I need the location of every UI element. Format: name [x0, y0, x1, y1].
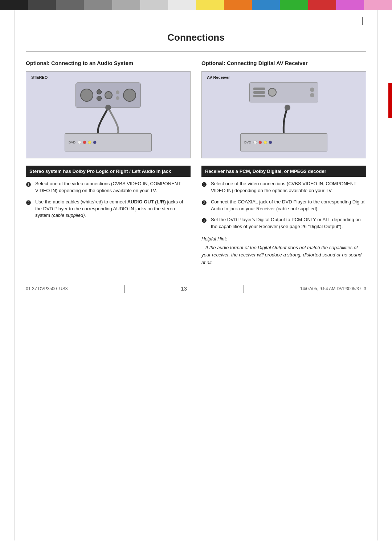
- av-port-1: [310, 88, 314, 92]
- right-instruction-1: ❶ Select one of the video connections (C…: [201, 181, 366, 194]
- connector-white: [78, 141, 81, 144]
- color-block-6: [140, 0, 168, 10]
- top-bar-right: [196, 0, 392, 10]
- right-diagram: AV Receiver: [201, 71, 366, 158]
- connector-blue: [93, 141, 97, 144]
- av-btn-1: [253, 88, 265, 90]
- color-block-7: [168, 0, 196, 10]
- right-instruction-header: Receiver has a PCM, Dolby Digital, or MP…: [201, 166, 366, 177]
- connector-yellow: [88, 141, 91, 144]
- av-circle: [268, 88, 277, 97]
- av-receiver-label: AV Receiver: [207, 75, 230, 80]
- av-btn-3: [253, 95, 265, 97]
- dvd-label-right: DVD: [244, 141, 251, 144]
- r-num-icon-1: ❶: [201, 181, 208, 194]
- english-tab: English: [388, 83, 392, 118]
- top-crosshairs-row: [26, 10, 366, 28]
- color-block-orange: [224, 0, 252, 10]
- right-instruction-2-text: Connect the COAXIAL jack of the DVD Play…: [211, 199, 366, 212]
- footer-right: 14/07/05, 9:54 AM DVP3005/37_3: [300, 286, 366, 291]
- num-icon-2: ❷: [26, 199, 32, 219]
- speaker-right: [123, 89, 136, 102]
- page-title: Connections: [26, 32, 366, 43]
- num-icon-1: ❶: [26, 181, 32, 194]
- right-column: Optional: Connecting Digital AV Receiver…: [201, 60, 366, 266]
- connectors-right: [253, 141, 272, 144]
- device-ports: [115, 90, 120, 100]
- left-instruction-list: ❶ Select one of the video connections (C…: [26, 181, 191, 219]
- color-block-2: [28, 0, 56, 10]
- connector-r-yellow: [264, 141, 267, 144]
- color-block-5: [112, 0, 140, 10]
- av-receiver-device: [249, 82, 318, 102]
- right-instruction-2: ❷ Connect the COAXIAL jack of the DVD Pl…: [201, 199, 366, 212]
- hint-text: – If the audio format of the Digital Out…: [201, 245, 362, 265]
- crosshair-top-left: [26, 17, 34, 25]
- left-instruction-header: Stereo system has Dolby Pro Logic or Rig…: [26, 166, 191, 177]
- left-column: Optional: Connecting to an Audio System …: [26, 60, 191, 266]
- color-block-blue: [252, 0, 280, 10]
- dvd-player-left: DVD: [65, 133, 152, 151]
- port-1: [116, 90, 119, 94]
- right-instruction-1-text: Select one of the video connections (CVB…: [211, 181, 366, 194]
- knob-1: [97, 89, 102, 94]
- color-block-pink: [364, 0, 392, 10]
- knob-2: [97, 96, 102, 101]
- connector-r-white: [253, 141, 257, 144]
- av-port-2: [310, 93, 314, 97]
- av-buttons: [253, 88, 265, 97]
- dvd-label-left: DVD: [69, 141, 75, 144]
- crosshair-top-right: [358, 17, 366, 25]
- connector-r-red: [258, 141, 262, 144]
- av-ports: [310, 88, 314, 97]
- r-num-icon-3: ❸: [201, 216, 208, 230]
- color-block-purple: [336, 0, 364, 10]
- crosshair-bottom-left: [120, 285, 128, 293]
- r-num-icon-2: ❷: [201, 199, 208, 212]
- top-color-bar: [0, 0, 392, 10]
- page-outer: English Connections Optional: Connecting…: [15, 10, 377, 540]
- top-bar-left: [0, 0, 196, 10]
- color-block-red: [308, 0, 336, 10]
- connector-red: [83, 141, 86, 144]
- right-section-header: Optional: Connecting Digital AV Receiver: [201, 60, 366, 67]
- helpful-hint: Helpful Hint: – If the audio format of t…: [201, 235, 366, 266]
- color-block-4: [84, 0, 112, 10]
- crosshair-bottom-right: [240, 285, 248, 293]
- left-instruction-2: ❷ Use the audio cables (white/red) to co…: [26, 199, 191, 219]
- hint-title: Helpful Hint:: [201, 235, 366, 243]
- page-number: 13: [181, 285, 187, 292]
- left-instruction-2-text: Use the audio cables (white/red) to conn…: [35, 199, 191, 219]
- color-block-yellow: [196, 0, 224, 10]
- dvd-player-right: DVD: [240, 133, 327, 151]
- right-instruction-list: ❶ Select one of the video connections (C…: [201, 181, 366, 230]
- left-instruction-1-text: Select one of the video connections (CVB…: [35, 181, 191, 194]
- left-diagram: STEREO: [26, 71, 191, 158]
- color-block-3: [56, 0, 84, 10]
- footer-left: 01-37 DVP3500_US3: [26, 286, 68, 291]
- svg-point-3: [285, 105, 290, 110]
- speaker-mid: [105, 91, 113, 99]
- footer: 01-37 DVP3500_US3 13 14/07/05, 9:54 AM D…: [26, 281, 366, 293]
- color-block-green: [280, 0, 308, 10]
- connectors-left: [78, 141, 97, 144]
- right-instruction-3-text: Set the DVD Player's Digital Output to P…: [211, 216, 366, 230]
- color-block-1: [0, 0, 28, 10]
- connector-r-blue: [269, 141, 272, 144]
- port-2: [116, 96, 119, 100]
- device-center: [97, 89, 102, 101]
- left-instruction-1: ❶ Select one of the video connections (C…: [26, 181, 191, 194]
- left-section-header: Optional: Connecting to an Audio System: [26, 60, 191, 67]
- right-instruction-3: ❸ Set the DVD Player's Digital Output to…: [201, 216, 366, 230]
- speaker-left: [80, 89, 93, 102]
- main-content: Optional: Connecting to an Audio System …: [26, 60, 366, 266]
- stereo-device: [75, 82, 141, 108]
- stereo-label: STEREO: [31, 75, 48, 80]
- title-divider: [26, 51, 366, 52]
- av-btn-2: [253, 91, 265, 94]
